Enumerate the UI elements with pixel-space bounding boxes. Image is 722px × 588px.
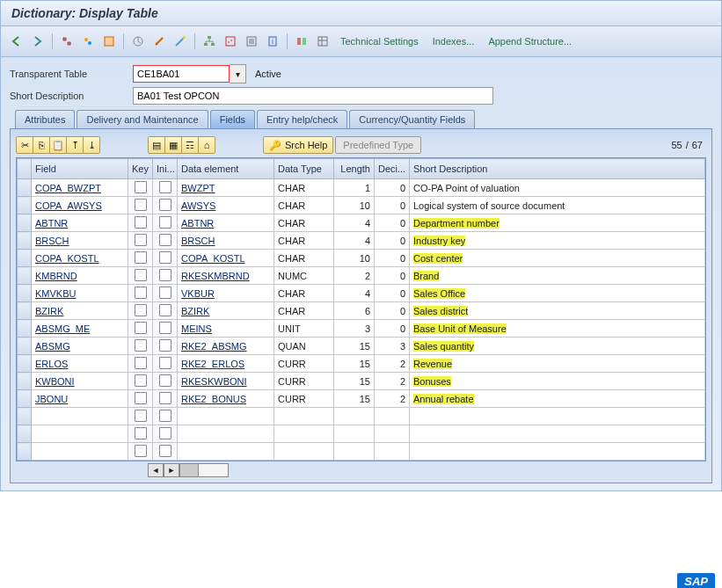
scroll-left-icon[interactable]: ◄ [148,463,164,477]
scroll-track[interactable] [179,463,229,477]
row-header[interactable] [18,373,32,390]
row-header[interactable] [18,320,32,338]
cut-icon[interactable]: ✂ [17,137,33,153]
cell-elem[interactable]: RKESKWBONI [178,373,274,390]
cell-elem[interactable]: MEINS [178,320,274,338]
cell-elem[interactable]: BZIRK [178,302,274,320]
col-elem[interactable]: Data element [178,159,274,179]
table-row[interactable]: ABTNRABTNRCHAR40Department number [18,214,705,232]
row-header[interactable] [18,285,32,302]
table-row-empty[interactable] [18,425,705,443]
cell-key[interactable] [128,197,153,214]
table-row[interactable]: COPA_BWZPTBWZPTCHAR10CO-PA Point of valu… [18,179,705,197]
cell-field[interactable]: ABSMG [32,338,128,355]
match-icon[interactable] [150,33,168,50]
technical-settings-button[interactable]: Technical Settings [335,31,424,52]
cell-field[interactable]: ERLOS [32,355,128,373]
cell-field[interactable]: COPA_AWSYS [32,197,128,214]
cell-init[interactable] [153,302,178,320]
row-header[interactable] [18,197,32,214]
h-scrollbar[interactable]: ◄ ► [148,463,706,477]
forward-icon[interactable] [29,33,47,50]
other-object-icon[interactable] [79,33,97,50]
cell-field[interactable]: COPA_KOSTL [32,250,128,267]
table-icon[interactable] [314,33,332,50]
table-row[interactable]: BRSCHBRSCHCHAR40Industry key [18,232,705,250]
cell-elem[interactable]: BRSCH [178,232,274,250]
row-header[interactable] [18,355,32,373]
tab-currency[interactable]: Currency/Quantity Fields [349,110,475,128]
fields-grid[interactable]: Field Key Ini... Data element Data Type … [16,157,706,461]
row-header[interactable] [18,232,32,250]
srch-help-button[interactable]: 🔑 Srch Help [263,136,333,154]
copy-icon[interactable]: ⎘ [33,137,49,153]
cell-elem[interactable]: VKBUR [178,285,274,302]
cell-init[interactable] [153,197,178,214]
cell-field[interactable]: ABTNR [32,214,128,232]
table-row[interactable]: BZIRKBZIRKCHAR60Sales district [18,302,705,320]
table-row[interactable]: COPA_KOSTLCOPA_KOSTLCHAR100Cost center [18,250,705,267]
cell-key[interactable] [128,250,153,267]
cell-field[interactable]: BRSCH [32,232,128,250]
cell-elem[interactable]: ABTNR [178,214,274,232]
table-row[interactable]: KWBONIRKESKWBONICURR152Bonuses [18,373,705,390]
display-change-icon[interactable] [58,33,76,50]
cell-key[interactable] [128,267,153,285]
find-icon[interactable]: ☶ [181,137,198,153]
tab-entry-help[interactable]: Entry help/check [257,110,347,128]
tab-delivery[interactable]: Delivery and Maintenance [77,110,208,128]
expand-icon[interactable]: ▤ [149,137,164,153]
cell-field[interactable]: KMBRND [32,267,128,285]
cell-field[interactable]: KWBONI [32,373,128,390]
cell-field[interactable]: ABSMG_ME [32,320,128,338]
append-structure-button[interactable]: Append Structure... [483,31,577,52]
cell-init[interactable] [153,338,178,355]
where-used-icon[interactable] [293,33,310,50]
tab-fields[interactable]: Fields [210,110,255,128]
cell-elem[interactable]: BWZPT [178,179,274,197]
cell-init[interactable] [153,285,178,302]
cell-key[interactable] [128,214,153,232]
row-header[interactable] [18,390,32,408]
cell-field[interactable]: COPA_BWZPT [32,179,128,197]
cell-key[interactable] [128,373,153,390]
hierarchy-icon[interactable] [201,33,218,50]
paste-icon[interactable]: 📋 [49,137,66,153]
back-icon[interactable] [8,33,26,50]
indexes-button[interactable]: Indexes... [427,31,480,52]
col-rowselect[interactable] [18,159,32,179]
cell-elem[interactable]: RKE2_BONUS [178,390,274,408]
cell-init[interactable] [153,390,178,408]
cell-key[interactable] [128,285,153,302]
col-sdesc[interactable]: Short Description [410,159,705,179]
delete-row-icon[interactable]: ⤓ [83,137,99,153]
cell-key[interactable] [128,390,153,408]
cell-init[interactable] [153,320,178,338]
cell-field[interactable]: JBONU [32,390,128,408]
predefined-type-button[interactable]: Predefined Type [335,136,421,154]
cell-init[interactable] [153,355,178,373]
table-row[interactable]: ABSMG_MEMEINSUNIT30Base Unit of Measure [18,320,705,338]
cell-elem[interactable]: AWSYS [178,197,274,214]
table-row[interactable]: JBONURKE2_BONUSCURR152Annual rebate [18,390,705,408]
table-row[interactable]: ABSMGRKE2_ABSMGQUAN153Sales quantity [18,338,705,355]
table-row-empty[interactable] [18,443,705,461]
insert-row-icon[interactable]: ⤒ [66,137,83,153]
cell-init[interactable] [153,232,178,250]
contents-icon[interactable] [243,33,260,50]
cell-elem[interactable]: RKE2_ABSMG [178,338,274,355]
cell-elem[interactable]: RKESKMBRND [178,267,274,285]
cell-field[interactable]: BZIRK [32,302,128,320]
cell-init[interactable] [153,267,178,285]
cell-elem[interactable]: COPA_KOSTL [178,250,274,267]
col-init[interactable]: Ini... [153,159,178,179]
col-len[interactable]: Length [334,159,375,179]
col-dec[interactable]: Deci... [375,159,410,179]
row-header[interactable] [18,267,32,285]
graphic-icon[interactable] [222,33,239,50]
f4-help-icon[interactable]: ▾ [230,64,246,83]
cell-init[interactable] [153,373,178,390]
wand-icon[interactable] [171,33,189,50]
cell-key[interactable] [128,320,153,338]
cell-init[interactable] [153,179,178,197]
